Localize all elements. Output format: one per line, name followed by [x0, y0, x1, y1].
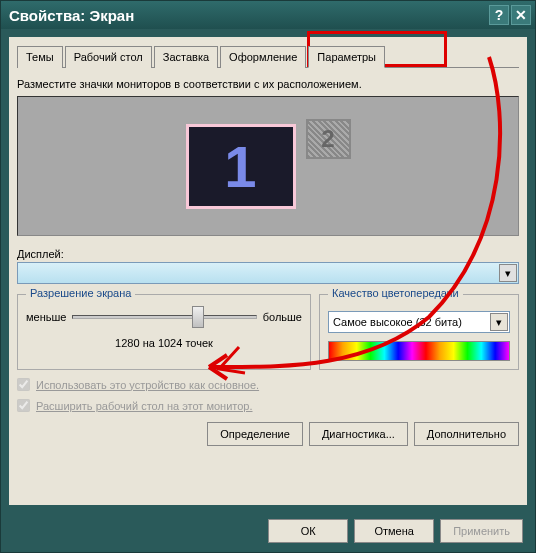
dialog-content: Темы Рабочий стол Заставка Оформление Па… [9, 37, 527, 505]
monitor-1-label: 1 [224, 133, 256, 200]
cancel-button[interactable]: Отмена [354, 519, 434, 543]
instruction-text: Разместите значки мониторов в соответств… [17, 78, 519, 90]
display-properties-window: Свойства: Экран ? ✕ Темы Рабочий стол За… [0, 0, 536, 553]
color-combo[interactable]: Самое высокое (32 бита) ▾ [328, 311, 510, 333]
color-preview [328, 341, 510, 361]
help-button[interactable]: ? [489, 5, 509, 25]
advanced-button[interactable]: Дополнительно [414, 422, 519, 446]
extend-checkbox [17, 399, 30, 412]
tab-desktop[interactable]: Рабочий стол [65, 46, 152, 68]
dialog-footer: ОК Отмена Применить [1, 513, 535, 549]
close-button[interactable]: ✕ [511, 5, 531, 25]
monitor-2-label: 2 [321, 125, 334, 153]
extend-label: Расширить рабочий стол на этот монитор. [36, 400, 253, 412]
slider-thumb[interactable] [192, 306, 204, 328]
identify-button[interactable]: Определение [207, 422, 303, 446]
diagnose-button[interactable]: Диагностика... [309, 422, 408, 446]
resolution-less-label: меньше [26, 311, 66, 323]
monitor-1[interactable]: 1 [186, 124, 296, 209]
resolution-slider[interactable] [72, 315, 256, 319]
tab-screensaver[interactable]: Заставка [154, 46, 218, 68]
window-title: Свойства: Экран [5, 7, 489, 24]
tab-strip: Темы Рабочий стол Заставка Оформление Па… [17, 45, 519, 68]
display-dropdown[interactable]: ▾ [17, 262, 519, 284]
primary-checkbox [17, 378, 30, 391]
color-value: Самое высокое (32 бита) [333, 316, 462, 328]
resolution-value: 1280 на 1024 точек [26, 337, 302, 349]
titlebar[interactable]: Свойства: Экран ? ✕ [1, 1, 535, 29]
monitor-arrangement[interactable]: 1 2 [17, 96, 519, 236]
ok-button[interactable]: ОК [268, 519, 348, 543]
display-label: Дисплей: [17, 248, 519, 260]
combo-arrow-icon[interactable]: ▾ [490, 313, 508, 331]
apply-button: Применить [440, 519, 523, 543]
extend-desktop-row: Расширить рабочий стол на этот монитор. [17, 399, 519, 412]
tab-appearance[interactable]: Оформление [220, 46, 306, 68]
resolution-group: Разрешение экрана меньше больше 1280 на … [17, 294, 311, 370]
primary-label: Использовать это устройство как основное… [36, 379, 259, 391]
color-title: Качество цветопередачи [328, 287, 463, 299]
resolution-title: Разрешение экрана [26, 287, 135, 299]
resolution-more-label: больше [263, 311, 302, 323]
primary-device-row: Использовать это устройство как основное… [17, 378, 519, 391]
color-quality-group: Качество цветопередачи Самое высокое (32… [319, 294, 519, 370]
monitor-2[interactable]: 2 [306, 119, 351, 159]
tab-settings[interactable]: Параметры [308, 46, 385, 68]
dropdown-arrow-icon[interactable]: ▾ [499, 264, 517, 282]
tab-themes[interactable]: Темы [17, 46, 63, 68]
